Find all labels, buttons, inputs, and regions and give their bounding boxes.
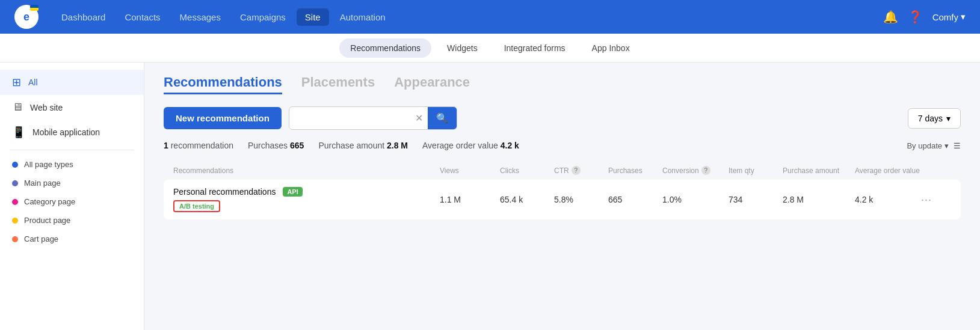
page-type-label-product: Product page — [24, 216, 70, 225]
search-clear-icon[interactable]: ✕ — [410, 112, 428, 124]
chevron-down-icon: ▾ — [945, 141, 949, 150]
purchases-stat: Purchases 665 — [248, 141, 304, 150]
grid-icon: ⊞ — [12, 76, 21, 89]
content-tabs: Recommendations Placements Appearance — [164, 75, 961, 94]
ctr-cell: 5.8% — [554, 195, 608, 204]
conversion-help-icon[interactable]: ? — [701, 166, 710, 175]
logo-letter: e — [23, 11, 29, 23]
tab-appearance[interactable]: Appearance — [394, 75, 470, 93]
dot-product — [12, 218, 18, 224]
purchases-cell: 665 — [608, 195, 662, 204]
rec-name-cell: Personal recommendations API A/B testing — [173, 187, 440, 212]
nav-campaigns[interactable]: Campaigns — [232, 8, 294, 26]
nav-contacts[interactable]: Contacts — [116, 8, 168, 26]
days-filter-button[interactable]: 7 days ▾ — [908, 108, 961, 129]
ab-testing-badge[interactable]: A/B testing — [173, 200, 220, 212]
rec-count: 1 recommendation — [164, 141, 233, 150]
nav-links: Dashboard Contacts Messages Campaigns Si… — [53, 8, 878, 26]
col-purchase-amount: Purchase amount — [783, 166, 855, 175]
sort-button[interactable]: By update ▾ — [907, 141, 949, 150]
table-header: Recommendations Views Clicks CTR ? Purch… — [164, 161, 961, 180]
nav-dashboard[interactable]: Dashboard — [53, 8, 114, 26]
subnav-recommendations[interactable]: Recommendations — [339, 38, 431, 58]
nav-site[interactable]: Site — [297, 8, 329, 26]
dot-category — [12, 199, 18, 205]
chevron-down-icon: ▾ — [946, 114, 951, 123]
page-type-all[interactable]: All page types — [0, 155, 144, 174]
sidebar-label-all: All — [28, 78, 38, 87]
sidebar: ⊞ All 🖥 Web site 📱 Mobile application Al… — [0, 63, 144, 330]
ukraine-flag — [30, 5, 39, 11]
page-type-label-all: All page types — [24, 160, 73, 169]
more-options-button[interactable]: ··· — [921, 194, 932, 206]
nav-automation[interactable]: Automation — [331, 8, 394, 26]
sidebar-item-mobile[interactable]: 📱 Mobile application — [0, 120, 144, 145]
col-clicks: Clicks — [500, 166, 554, 175]
stats-bar: 1 recommendation Purchases 665 Purchase … — [164, 141, 961, 150]
tab-recommendations[interactable]: Recommendations — [164, 75, 282, 94]
help-circle-icon[interactable]: ❓ — [908, 10, 923, 24]
search-icon: 🔍 — [436, 113, 448, 123]
sidebar-item-all[interactable]: ⊞ All — [0, 70, 144, 95]
new-recommendation-button[interactable]: New recommendation — [164, 107, 282, 129]
page-type-main[interactable]: Main page — [0, 174, 144, 192]
sidebar-label-website: Web site — [30, 103, 63, 112]
col-conversion: Conversion ? — [662, 166, 729, 175]
subnav-app-inbox[interactable]: App Inbox — [581, 38, 641, 58]
sidebar-label-mobile: Mobile application — [32, 127, 100, 137]
item-qty-cell: 734 — [729, 195, 783, 204]
search-input[interactable] — [289, 109, 410, 128]
sort-controls: By update ▾ ☰ — [907, 141, 961, 150]
dot-main — [12, 180, 18, 186]
page-type-label-main: Main page — [24, 179, 61, 188]
search-button[interactable]: 🔍 — [428, 107, 457, 129]
sort-label: By update — [907, 141, 942, 150]
nav-messages[interactable]: Messages — [171, 8, 229, 26]
monitor-icon: 🖥 — [12, 101, 23, 114]
ctr-help-icon[interactable]: ? — [572, 166, 581, 175]
bell-icon[interactable]: 🔔 — [883, 10, 898, 24]
page-type-product[interactable]: Product page — [0, 211, 144, 230]
filter-icon-button[interactable]: ☰ — [954, 141, 961, 150]
dot-cart — [12, 236, 18, 242]
col-item-qty: Item qty — [729, 166, 783, 175]
col-avg-order: Average order value — [855, 166, 921, 175]
main-content: Recommendations Placements Appearance Ne… — [144, 63, 980, 330]
purchase-amount-cell: 2.8 M — [783, 195, 855, 204]
col-views: Views — [440, 166, 500, 175]
page-type-category[interactable]: Category page — [0, 192, 144, 211]
views-cell: 1.1 M — [440, 195, 500, 204]
filter-icon: ☰ — [954, 141, 961, 150]
subnav-integrated-forms[interactable]: Integrated forms — [493, 38, 576, 58]
top-navigation: e Dashboard Contacts Messages Campaigns … — [0, 0, 980, 34]
sub-navigation: Recommendations Widgets Integrated forms… — [0, 34, 980, 63]
avg-order-cell: 4.2 k — [855, 195, 921, 204]
row-actions-cell: ··· — [921, 194, 951, 206]
days-label: 7 days — [918, 114, 943, 123]
tab-placements[interactable]: Placements — [301, 75, 375, 93]
col-ctr: CTR ? — [554, 166, 608, 175]
toolbar: New recommendation ✕ 🔍 7 days ▾ — [164, 106, 961, 130]
nav-right-actions: 🔔 ❓ Comfy ▾ — [883, 10, 966, 24]
avg-stat: Average order value 4.2 k — [422, 141, 519, 150]
search-wrap: ✕ 🔍 — [289, 106, 457, 130]
amount-stat: Purchase amount 2.8 M — [318, 141, 408, 150]
user-name: Comfy — [932, 12, 958, 22]
sidebar-item-website[interactable]: 🖥 Web site — [0, 95, 144, 120]
clicks-cell: 65.4 k — [500, 195, 554, 204]
page-type-cart[interactable]: Cart page — [0, 230, 144, 248]
logo[interactable]: e — [14, 5, 39, 29]
col-purchases: Purchases — [608, 166, 662, 175]
page-type-label-cart: Cart page — [24, 234, 58, 243]
subnav-widgets[interactable]: Widgets — [436, 38, 488, 58]
main-layout: ⊞ All 🖥 Web site 📱 Mobile application Al… — [0, 63, 980, 330]
chevron-down-icon: ▾ — [961, 11, 966, 22]
conversion-cell: 1.0% — [662, 195, 729, 204]
col-actions — [921, 166, 951, 175]
col-recommendations: Recommendations — [173, 166, 440, 175]
table-row: Personal recommendations API A/B testing… — [164, 180, 961, 219]
mobile-icon: 📱 — [12, 126, 25, 139]
sidebar-divider — [10, 150, 134, 150]
user-menu[interactable]: Comfy ▾ — [932, 11, 966, 22]
page-type-label-category: Category page — [24, 197, 75, 206]
